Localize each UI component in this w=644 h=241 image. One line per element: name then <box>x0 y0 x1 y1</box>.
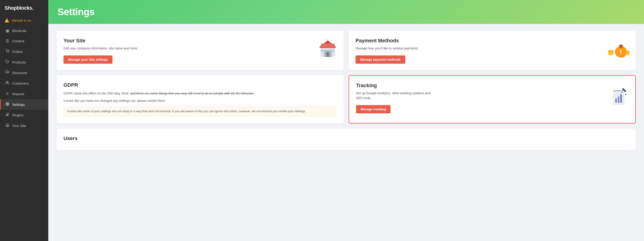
svg-marker-15 <box>320 44 336 48</box>
svg-point-5 <box>6 82 7 82</box>
your-site-card: Your Site Edit your company information,… <box>56 31 344 70</box>
sidebar-item-settings[interactable]: Settings <box>0 99 48 110</box>
orders-icon <box>5 49 10 54</box>
svg-rect-18 <box>321 50 323 52</box>
svg-rect-19 <box>332 50 334 52</box>
warning-icon: ⚠️ <box>4 18 9 22</box>
sidebar-item-varnish[interactable]: ⚠️ Varnish is on <box>0 15 48 26</box>
gdpr-description-2: It looks like you have not changed any s… <box>64 98 337 103</box>
svg-rect-42 <box>615 98 617 102</box>
sidebar-item-label: Plugins <box>12 113 24 117</box>
reports-icon <box>5 92 10 96</box>
svg-text:£: £ <box>620 49 622 54</box>
manage-tracking-button[interactable]: Manage tracking <box>356 105 390 113</box>
svg-marker-17 <box>324 40 332 44</box>
tracking-illustration <box>609 87 630 112</box>
payment-illustration: £ <box>607 38 630 63</box>
tracking-card: Tracking Set up Google Analytics, other … <box>349 75 636 124</box>
sidebar-logo: Shopblocks. <box>0 0 48 15</box>
svg-point-29 <box>608 50 614 52</box>
your-site-desc: Edit your company information, site name… <box>64 46 142 51</box>
content-icon: ☰ <box>5 39 10 43</box>
svg-rect-44 <box>620 94 622 102</box>
gdpr-title: GDPR <box>64 82 337 88</box>
sidebar-item-your-site[interactable]: Your Site <box>0 120 48 131</box>
page-title: Settings <box>58 6 635 18</box>
sidebar-item-label: Your Site <box>12 124 26 128</box>
users-title: Users <box>64 136 629 142</box>
svg-point-9 <box>7 104 8 104</box>
sidebar-item-label: Customers <box>12 82 29 85</box>
svg-rect-41 <box>613 90 625 91</box>
manage-payment-button[interactable]: Manage payment methods <box>356 56 405 64</box>
customers-icon <box>5 81 10 86</box>
your-site-icon <box>5 123 10 128</box>
users-card: Users <box>56 128 636 150</box>
gdpr-card: GDPR GDPR came into effect on the 25th M… <box>56 75 344 124</box>
svg-point-39 <box>626 50 630 52</box>
sidebar-item-label: Reports <box>12 92 24 96</box>
svg-rect-24 <box>327 54 328 56</box>
content-area: Your Site Edit your company information,… <box>48 24 644 241</box>
svg-line-22 <box>330 39 331 40</box>
svg-rect-3 <box>6 71 8 73</box>
tracking-title: Tracking <box>356 82 628 88</box>
sidebar-item-orders[interactable]: Orders <box>0 46 48 57</box>
sidebar-item-label: BlockLab <box>12 29 26 33</box>
top-cards-grid: Your Site Edit your company information,… <box>56 31 636 70</box>
svg-point-1 <box>8 52 9 52</box>
sidebar-item-discounts[interactable]: Discounts <box>0 68 48 78</box>
svg-rect-43 <box>618 96 620 102</box>
your-site-title: Your Site <box>64 38 337 44</box>
shop-illustration <box>318 38 338 63</box>
sidebar-item-products[interactable]: Products <box>0 57 48 68</box>
svg-point-0 <box>7 52 7 52</box>
main-content: Settings Your Site Edit your company inf… <box>48 0 644 241</box>
sidebar-item-label: Discounts <box>12 71 27 75</box>
payment-title: Payment Methods <box>356 38 629 44</box>
sidebar: Shopblocks. ⚠️ Varnish is on ▦ BlockLab … <box>0 0 48 241</box>
svg-line-21 <box>325 39 326 40</box>
products-icon <box>5 60 10 64</box>
sidebar-item-label: Settings <box>12 102 24 106</box>
gdpr-notice: It looks like some of your settings are … <box>64 106 337 117</box>
sidebar-item-label: Content <box>12 39 24 43</box>
tracking-desc: Set up Google Analytics, other tracking … <box>356 91 434 100</box>
svg-point-33 <box>619 44 623 46</box>
manage-site-settings-button[interactable]: Manage your Site settings <box>64 56 112 64</box>
gdpr-description-1: GDPR came into effect on the 25th May 20… <box>64 91 337 96</box>
blocklab-icon: ▦ <box>5 28 10 33</box>
page-header: Settings <box>48 0 644 24</box>
plugins-icon <box>5 113 10 117</box>
bottom-cards-grid: GDPR GDPR came into effect on the 25th M… <box>56 75 636 124</box>
payment-methods-card: Payment Methods Manage how you'd like to… <box>349 31 636 70</box>
svg-point-23 <box>327 52 328 54</box>
sidebar-item-customers[interactable]: Customers <box>0 78 48 88</box>
sidebar-item-reports[interactable]: Reports <box>0 88 48 99</box>
varnish-label: Varnish is on <box>12 18 31 22</box>
discounts-icon <box>5 70 10 75</box>
sidebar-item-label: Orders <box>12 50 23 54</box>
sidebar-item-label: Products <box>12 60 26 64</box>
svg-point-47 <box>625 94 626 95</box>
sidebar-item-content[interactable]: ☰ Content <box>0 36 48 46</box>
sidebar-item-plugins[interactable]: Plugins <box>0 110 48 120</box>
settings-icon <box>5 102 10 107</box>
sidebar-item-blocklab[interactable]: ▦ BlockLab <box>0 26 48 36</box>
payment-desc: Manage how you'd like to receive payment… <box>356 46 434 51</box>
